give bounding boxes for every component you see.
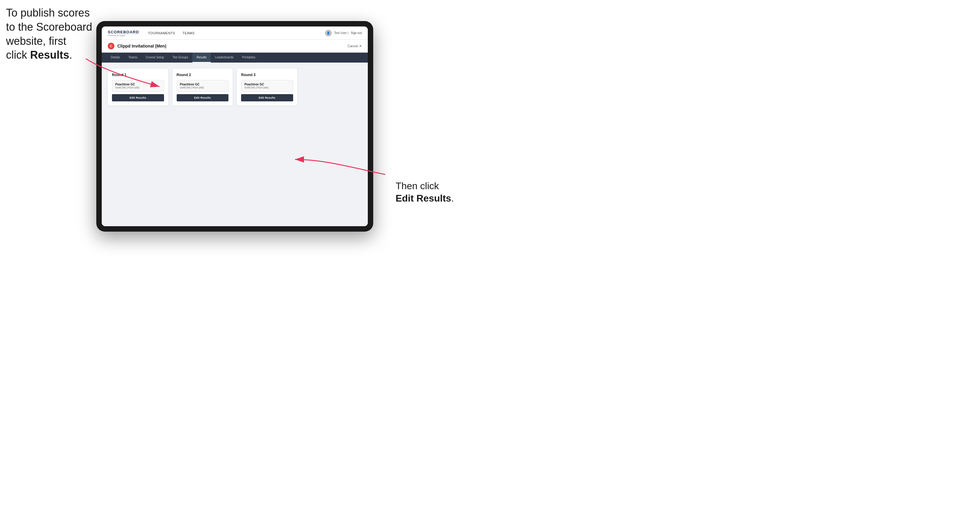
round-3-course-card: Peachtree GC Gold (M) (7010 yds) <box>241 80 293 92</box>
round-2-title: Round 2 <box>177 73 229 77</box>
tab-results[interactable]: Results <box>192 52 211 63</box>
round-3-course-name: Peachtree GC <box>244 83 290 86</box>
scoreboard-logo: SCOREBOARD Powered by clippd <box>108 30 139 37</box>
tablet-screen: SCOREBOARD Powered by clippd TOURNAMENTS… <box>102 27 368 226</box>
round-1-card: Round 1 Peachtree GC Gold (M) (7010 yds)… <box>108 68 168 106</box>
cancel-button[interactable]: Cancel ✕ <box>348 44 362 48</box>
round-2-card: Round 2 Peachtree GC Gold (M) (7010 yds)… <box>172 68 233 106</box>
empty-column <box>302 68 362 106</box>
edit-results-button-1[interactable]: Edit Results <box>112 94 164 102</box>
user-label: Test User | <box>334 31 348 35</box>
tabs-bar: Details Teams Course Setup Tee Groups Re… <box>102 52 368 63</box>
tournament-icon: C <box>108 43 115 49</box>
round-1-course-card: Peachtree GC Gold (M) (7010 yds) <box>112 80 164 92</box>
round-3-course-details: Gold (M) (7010 yds) <box>244 86 290 89</box>
tab-leaderboards[interactable]: Leaderboards <box>211 52 238 63</box>
nav-tournaments[interactable]: TOURNAMENTS <box>148 31 175 35</box>
round-1-title: Round 1 <box>112 73 164 77</box>
nav-right: 👤 Test User | Sign out <box>325 30 362 37</box>
round-2-course-name: Peachtree GC <box>180 83 226 86</box>
tournament-header: C Clippd Invitational (Men) Cancel ✕ <box>102 40 368 52</box>
user-avatar: 👤 <box>325 30 332 37</box>
sign-out-link[interactable]: Sign out <box>351 31 362 35</box>
nav-teams[interactable]: TEAMS <box>182 31 194 35</box>
edit-results-button-2[interactable]: Edit Results <box>177 94 229 102</box>
round-1-course-name: Peachtree GC <box>115 83 161 86</box>
instruction-left: To publish scores to the Scoreboard webs… <box>6 6 92 62</box>
round-3-title: Round 3 <box>241 73 293 77</box>
top-nav: SCOREBOARD Powered by clippd TOURNAMENTS… <box>102 27 368 40</box>
tab-tee-groups[interactable]: Tee Groups <box>168 52 192 63</box>
round-2-course-details: Gold (M) (7010 yds) <box>180 86 226 89</box>
logo-title: SCOREBOARD <box>108 30 139 34</box>
round-2-course-card: Peachtree GC Gold (M) (7010 yds) <box>177 80 229 92</box>
content-area: Round 1 Peachtree GC Gold (M) (7010 yds)… <box>102 63 368 226</box>
tab-course-setup[interactable]: Course Setup <box>142 52 168 63</box>
tab-details[interactable]: Details <box>107 52 124 63</box>
round-1-course-details: Gold (M) (7010 yds) <box>115 86 161 89</box>
logo-subtitle: Powered by clippd <box>108 34 139 37</box>
instruction-right: Then click Edit Results. <box>396 180 454 205</box>
tab-teams[interactable]: Teams <box>124 52 142 63</box>
rounds-grid: Round 1 Peachtree GC Gold (M) (7010 yds)… <box>108 68 362 106</box>
nav-links: TOURNAMENTS TEAMS <box>148 31 325 35</box>
edit-results-button-3[interactable]: Edit Results <box>241 94 293 102</box>
round-3-card: Round 3 Peachtree GC Gold (M) (7010 yds)… <box>237 68 298 106</box>
tab-printables[interactable]: Printables <box>238 52 259 63</box>
tablet-device: SCOREBOARD Powered by clippd TOURNAMENTS… <box>96 21 373 232</box>
tournament-name: Clippd Invitational (Men) <box>118 44 348 48</box>
